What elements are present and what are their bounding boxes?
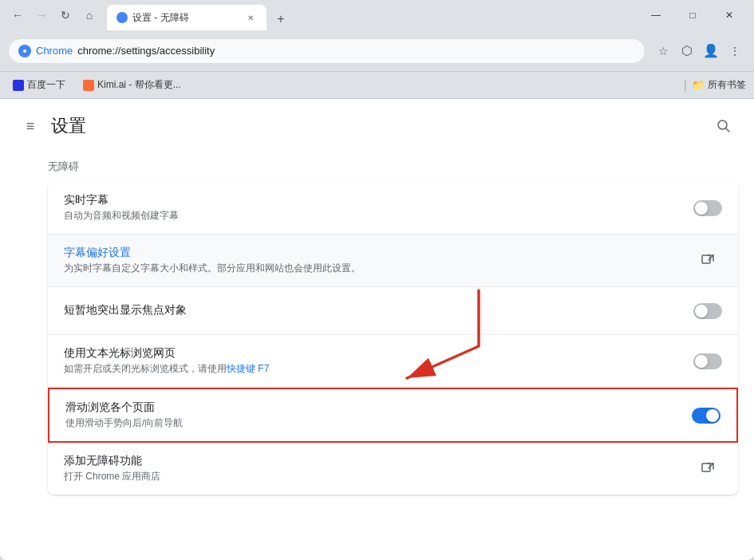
settings-card: 实时字幕 自动为音频和视频创建字幕 字幕偏好设置 为实时字幕自定义字幕大小和样式… bbox=[48, 182, 738, 495]
hamburger-menu-button[interactable]: ≡ bbox=[16, 112, 45, 140]
refresh-button[interactable]: ↻ bbox=[54, 4, 77, 26]
focus-highlight-row: 短暂地突出显示焦点对象 bbox=[48, 287, 738, 335]
add-accessibility-subtitle: 打开 Chrome 应用商店 bbox=[64, 470, 693, 483]
tab-close-button[interactable]: ✕ bbox=[244, 11, 257, 24]
settings-search-button[interactable] bbox=[709, 112, 738, 140]
swipe-navigation-toggle[interactable] bbox=[692, 408, 720, 424]
swipe-navigation-subtitle: 使用滑动手势向后/向前导航 bbox=[65, 416, 692, 430]
caret-browsing-row: 使用文本光标浏览网页 如需开启或关闭光标浏览模式，请使用快捷键 F7 bbox=[48, 335, 738, 388]
captions-title: 实时字幕 bbox=[64, 193, 693, 207]
bookmark-star-button[interactable]: ☆ bbox=[652, 40, 674, 62]
title-bar: ← → ↻ ⌂ 设置 - 无障碍 ✕ + — □ ✕ bbox=[0, 0, 754, 30]
window-controls-left: ← → ↻ ⌂ bbox=[6, 4, 101, 26]
external-link-icon bbox=[701, 254, 715, 268]
folder-icon: 📁 bbox=[692, 79, 705, 91]
caption-preferences-subtitle: 为实时字幕自定义字幕大小和样式。部分应用和网站也会使用此设置。 bbox=[64, 262, 693, 275]
swipe-navigation-toggle-knob bbox=[706, 409, 719, 422]
caret-browsing-title: 使用文本光标浏览网页 bbox=[64, 346, 693, 361]
active-tab[interactable]: 设置 - 无障碍 ✕ bbox=[107, 5, 266, 30]
caption-preferences-title: 字幕偏好设置 bbox=[64, 246, 693, 260]
add-accessibility-row: 添加无障碍功能 打开 Chrome 应用商店 bbox=[48, 443, 738, 495]
home-button[interactable]: ⌂ bbox=[78, 4, 101, 26]
window-controls-right: — □ ✕ bbox=[638, 2, 748, 28]
bookmark-kimi-label: Kimi.ai - 帮你看更... bbox=[97, 78, 181, 92]
caret-browsing-toggle-knob bbox=[695, 355, 708, 368]
chrome-logo-icon bbox=[21, 47, 29, 55]
svg-line-5 bbox=[709, 255, 713, 260]
baidu-favicon bbox=[13, 80, 24, 91]
tab-bar: 设置 - 无障碍 ✕ + bbox=[107, 0, 628, 30]
add-accessibility-external-icon[interactable] bbox=[693, 455, 722, 483]
minimize-button[interactable]: — bbox=[638, 2, 674, 28]
close-button[interactable]: ✕ bbox=[711, 2, 748, 28]
caret-browsing-subtitle: 如需开启或关闭光标浏览模式，请使用快捷键 F7 bbox=[64, 362, 693, 376]
swipe-navigation-row: 滑动浏览各个页面 使用滑动手势向后/向前导航 bbox=[48, 388, 738, 443]
captions-subtitle: 自动为音频和视频创建字幕 bbox=[64, 209, 693, 223]
section-title: 无障碍 bbox=[48, 147, 738, 182]
profile-button[interactable]: 👤 bbox=[700, 40, 722, 62]
caption-preferences-row: 字幕偏好设置 为实时字幕自定义字幕大小和样式。部分应用和网站也会使用此设置。 bbox=[48, 235, 738, 287]
more-button[interactable]: ⋮ bbox=[724, 40, 746, 62]
bookmarks-bar: 百度一下 Kimi.ai - 帮你看更... │ 📁 所有书签 bbox=[0, 72, 754, 99]
swipe-navigation-title: 滑动浏览各个页面 bbox=[65, 400, 692, 415]
svg-line-3 bbox=[726, 128, 730, 132]
bookmark-kimi[interactable]: Kimi.ai - 帮你看更... bbox=[78, 77, 186, 93]
external-link-icon-2 bbox=[701, 462, 715, 476]
focus-highlight-title: 短暂地突出显示焦点对象 bbox=[64, 303, 693, 317]
page-content: ≡ 设置 无障碍 实时字幕 自动为音频和视频 bbox=[0, 99, 754, 560]
tab-title: 设置 - 无障碍 bbox=[132, 11, 189, 25]
svg-point-1 bbox=[23, 49, 26, 53]
address-input[interactable]: Chrome chrome://settings/accessibility bbox=[8, 38, 645, 64]
all-bookmarks-label[interactable]: 所有书签 bbox=[708, 78, 746, 92]
back-button[interactable]: ← bbox=[6, 4, 29, 26]
captions-toggle[interactable] bbox=[693, 200, 722, 216]
extensions-button[interactable]: ⬡ bbox=[676, 40, 698, 62]
bookmarks-right: │ 📁 所有书签 bbox=[683, 78, 746, 92]
address-icons: ☆ ⬡ 👤 ⋮ bbox=[652, 40, 746, 62]
new-tab-button[interactable]: + bbox=[270, 8, 292, 30]
maximize-button[interactable]: □ bbox=[674, 2, 711, 28]
search-icon bbox=[716, 119, 731, 133]
address-url: chrome://settings/accessibility bbox=[77, 45, 215, 57]
settings-header: ≡ 设置 bbox=[0, 99, 754, 147]
focus-highlight-toggle-knob bbox=[695, 305, 708, 317]
focus-highlight-toggle[interactable] bbox=[693, 303, 722, 319]
bookmark-baidu[interactable]: 百度一下 bbox=[8, 77, 70, 93]
site-favicon bbox=[18, 45, 31, 57]
address-bar: Chrome chrome://settings/accessibility ☆… bbox=[0, 30, 754, 72]
captions-row: 实时字幕 自动为音频和视频创建字幕 bbox=[48, 182, 738, 235]
add-accessibility-text: 添加无障碍功能 打开 Chrome 应用商店 bbox=[64, 454, 693, 483]
page-wrapper: ≡ 设置 无障碍 实时字幕 自动为音频和视频 bbox=[0, 99, 754, 560]
caption-preferences-text: 字幕偏好设置 为实时字幕自定义字幕大小和样式。部分应用和网站也会使用此设置。 bbox=[64, 246, 693, 275]
captions-text: 实时字幕 自动为音频和视频创建字幕 bbox=[64, 193, 693, 223]
captions-toggle-knob bbox=[695, 202, 708, 215]
forward-button[interactable]: → bbox=[30, 4, 53, 26]
browser-window: ← → ↻ ⌂ 设置 - 无障碍 ✕ + — □ ✕ bbox=[0, 0, 754, 560]
caret-browsing-toggle[interactable] bbox=[693, 353, 722, 369]
tab-favicon bbox=[116, 12, 128, 23]
swipe-navigation-text: 滑动浏览各个页面 使用滑动手势向后/向前导航 bbox=[65, 400, 692, 430]
focus-highlight-text: 短暂地突出显示焦点对象 bbox=[64, 303, 693, 319]
caption-preferences-external-icon[interactable] bbox=[693, 246, 722, 275]
kimi-favicon bbox=[83, 80, 94, 91]
caret-browsing-text: 使用文本光标浏览网页 如需开启或关闭光标浏览模式，请使用快捷键 F7 bbox=[64, 346, 693, 376]
brand-name: Chrome bbox=[36, 45, 73, 57]
bookmark-baidu-label: 百度一下 bbox=[27, 78, 65, 92]
settings-body: 无障碍 实时字幕 自动为音频和视频创建字幕 bbox=[0, 147, 754, 560]
svg-line-7 bbox=[709, 463, 713, 468]
add-accessibility-title: 添加无障碍功能 bbox=[64, 454, 693, 468]
page-title: 设置 bbox=[51, 114, 86, 138]
